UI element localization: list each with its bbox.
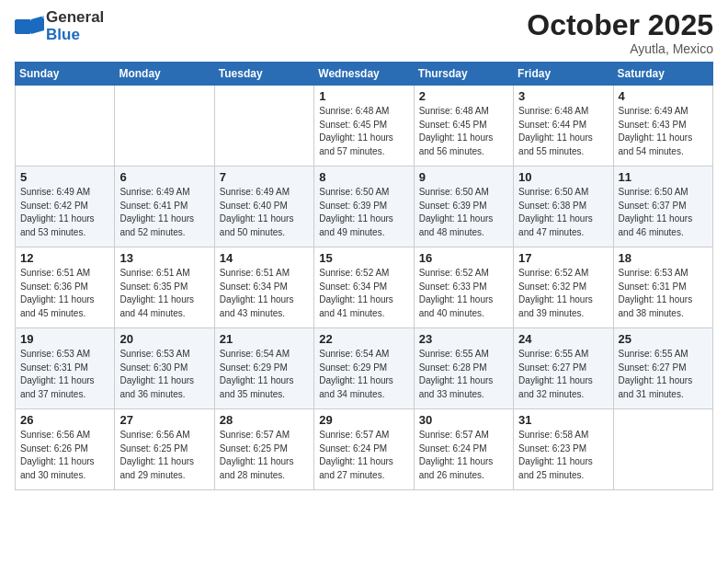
calendar-cell: 11Sunrise: 6:50 AMSunset: 6:37 PMDayligh…: [613, 167, 712, 247]
calendar-cell: 26Sunrise: 6:56 AMSunset: 6:26 PMDayligh…: [16, 409, 115, 490]
logo-general: General: [46, 9, 104, 27]
day-number: 7: [220, 170, 309, 184]
day-number: 1: [319, 89, 408, 103]
calendar-cell: 17Sunrise: 6:52 AMSunset: 6:32 PMDayligh…: [514, 247, 613, 328]
day-number: 18: [619, 251, 708, 265]
calendar-cell: 31Sunrise: 6:58 AMSunset: 6:23 PMDayligh…: [514, 409, 613, 490]
col-sunday: Sunday: [16, 63, 115, 86]
day-number: 12: [20, 251, 109, 265]
day-number: 21: [220, 332, 309, 346]
title-area: October 2025 Ayutla, Mexico: [527, 9, 713, 56]
col-friday: Friday: [514, 63, 613, 86]
logo-blue: Blue: [46, 27, 104, 44]
calendar-cell: 14Sunrise: 6:51 AMSunset: 6:34 PMDayligh…: [214, 247, 313, 328]
day-number: 22: [319, 332, 408, 346]
day-info: Sunrise: 6:50 AMSunset: 6:39 PMDaylight:…: [319, 186, 408, 239]
day-info: Sunrise: 6:52 AMSunset: 6:34 PMDaylight:…: [319, 267, 408, 320]
day-number: 14: [220, 251, 309, 265]
calendar-week-row: 5Sunrise: 6:49 AMSunset: 6:42 PMDaylight…: [16, 167, 713, 247]
day-info: Sunrise: 6:55 AMSunset: 6:28 PMDaylight:…: [419, 348, 508, 401]
col-tuesday: Tuesday: [214, 63, 313, 86]
day-info: Sunrise: 6:55 AMSunset: 6:27 PMDaylight:…: [619, 348, 708, 401]
month-title: October 2025: [527, 9, 713, 41]
calendar-week-row: 19Sunrise: 6:53 AMSunset: 6:31 PMDayligh…: [16, 328, 713, 409]
day-number: 11: [619, 170, 708, 184]
calendar-cell: 1Sunrise: 6:48 AMSunset: 6:45 PMDaylight…: [314, 86, 414, 167]
day-number: 10: [518, 170, 608, 184]
day-number: 25: [619, 332, 708, 346]
day-number: 13: [119, 251, 209, 265]
col-thursday: Thursday: [414, 63, 513, 86]
day-info: Sunrise: 6:50 AMSunset: 6:37 PMDaylight:…: [619, 186, 708, 239]
calendar-cell: 15Sunrise: 6:52 AMSunset: 6:34 PMDayligh…: [314, 247, 414, 328]
calendar-week-row: 26Sunrise: 6:56 AMSunset: 6:26 PMDayligh…: [16, 409, 713, 490]
day-info: Sunrise: 6:58 AMSunset: 6:23 PMDaylight:…: [518, 429, 608, 482]
calendar-cell: 5Sunrise: 6:49 AMSunset: 6:42 PMDaylight…: [16, 167, 115, 247]
day-info: Sunrise: 6:51 AMSunset: 6:34 PMDaylight:…: [220, 267, 309, 320]
calendar-cell: 4Sunrise: 6:49 AMSunset: 6:43 PMDaylight…: [613, 86, 712, 167]
day-info: Sunrise: 6:57 AMSunset: 6:25 PMDaylight:…: [220, 429, 309, 482]
day-info: Sunrise: 6:52 AMSunset: 6:33 PMDaylight:…: [419, 267, 508, 320]
calendar-cell: 24Sunrise: 6:55 AMSunset: 6:27 PMDayligh…: [514, 328, 613, 409]
calendar-cell: 12Sunrise: 6:51 AMSunset: 6:36 PMDayligh…: [16, 247, 115, 328]
day-number: 23: [419, 332, 508, 346]
calendar-cell: 7Sunrise: 6:49 AMSunset: 6:40 PMDaylight…: [214, 167, 313, 247]
day-info: Sunrise: 6:55 AMSunset: 6:27 PMDaylight:…: [518, 348, 608, 401]
calendar-cell: 25Sunrise: 6:55 AMSunset: 6:27 PMDayligh…: [613, 328, 712, 409]
calendar-body: 1Sunrise: 6:48 AMSunset: 6:45 PMDaylight…: [16, 86, 713, 490]
day-info: Sunrise: 6:49 AMSunset: 6:40 PMDaylight:…: [220, 186, 309, 239]
calendar-cell: 9Sunrise: 6:50 AMSunset: 6:39 PMDaylight…: [414, 167, 513, 247]
day-info: Sunrise: 6:52 AMSunset: 6:32 PMDaylight:…: [518, 267, 608, 320]
day-number: 26: [20, 413, 109, 427]
day-info: Sunrise: 6:51 AMSunset: 6:36 PMDaylight:…: [20, 267, 109, 320]
day-info: Sunrise: 6:57 AMSunset: 6:24 PMDaylight:…: [319, 429, 408, 482]
day-number: 8: [319, 170, 408, 184]
day-info: Sunrise: 6:56 AMSunset: 6:26 PMDaylight:…: [20, 429, 109, 482]
calendar-week-row: 1Sunrise: 6:48 AMSunset: 6:45 PMDaylight…: [16, 86, 713, 167]
calendar-cell: 2Sunrise: 6:48 AMSunset: 6:45 PMDaylight…: [414, 86, 513, 167]
page: General Blue October 2025 Ayutla, Mexico…: [0, 0, 728, 563]
calendar-cell: 16Sunrise: 6:52 AMSunset: 6:33 PMDayligh…: [414, 247, 513, 328]
day-info: Sunrise: 6:57 AMSunset: 6:24 PMDaylight:…: [419, 429, 508, 482]
calendar-cell: 23Sunrise: 6:55 AMSunset: 6:28 PMDayligh…: [414, 328, 513, 409]
day-number: 9: [419, 170, 508, 184]
calendar-cell: 22Sunrise: 6:54 AMSunset: 6:29 PMDayligh…: [314, 328, 414, 409]
day-info: Sunrise: 6:54 AMSunset: 6:29 PMDaylight:…: [319, 348, 408, 401]
logo-icon: [15, 14, 44, 40]
day-info: Sunrise: 6:54 AMSunset: 6:29 PMDaylight:…: [220, 348, 309, 401]
col-saturday: Saturday: [613, 63, 712, 86]
day-number: 15: [319, 251, 408, 265]
day-number: 3: [518, 89, 608, 103]
day-number: 19: [20, 332, 109, 346]
col-wednesday: Wednesday: [314, 63, 414, 86]
day-number: 30: [419, 413, 508, 427]
calendar-table: Sunday Monday Tuesday Wednesday Thursday…: [15, 62, 713, 490]
col-monday: Monday: [115, 63, 214, 86]
calendar-cell: [613, 409, 712, 490]
calendar-cell: [16, 86, 115, 167]
header: General Blue October 2025 Ayutla, Mexico: [15, 9, 713, 56]
day-number: 27: [119, 413, 209, 427]
day-info: Sunrise: 6:51 AMSunset: 6:35 PMDaylight:…: [119, 267, 209, 320]
calendar-cell: [115, 86, 214, 167]
day-number: 28: [220, 413, 309, 427]
calendar-cell: 27Sunrise: 6:56 AMSunset: 6:25 PMDayligh…: [115, 409, 214, 490]
day-number: 31: [518, 413, 608, 427]
day-info: Sunrise: 6:49 AMSunset: 6:42 PMDaylight:…: [20, 186, 109, 239]
day-info: Sunrise: 6:53 AMSunset: 6:31 PMDaylight:…: [20, 348, 109, 401]
calendar-cell: 13Sunrise: 6:51 AMSunset: 6:35 PMDayligh…: [115, 247, 214, 328]
calendar-cell: 29Sunrise: 6:57 AMSunset: 6:24 PMDayligh…: [314, 409, 414, 490]
day-number: 5: [20, 170, 109, 184]
day-number: 16: [419, 251, 508, 265]
day-info: Sunrise: 6:56 AMSunset: 6:25 PMDaylight:…: [119, 429, 209, 482]
calendar-cell: 18Sunrise: 6:53 AMSunset: 6:31 PMDayligh…: [613, 247, 712, 328]
calendar-cell: 20Sunrise: 6:53 AMSunset: 6:30 PMDayligh…: [115, 328, 214, 409]
day-number: 17: [518, 251, 608, 265]
day-info: Sunrise: 6:50 AMSunset: 6:39 PMDaylight:…: [419, 186, 508, 239]
calendar-cell: 6Sunrise: 6:49 AMSunset: 6:41 PMDaylight…: [115, 167, 214, 247]
day-number: 24: [518, 332, 608, 346]
day-info: Sunrise: 6:50 AMSunset: 6:38 PMDaylight:…: [518, 186, 608, 239]
day-info: Sunrise: 6:53 AMSunset: 6:31 PMDaylight:…: [619, 267, 708, 320]
calendar-cell: 21Sunrise: 6:54 AMSunset: 6:29 PMDayligh…: [214, 328, 313, 409]
day-info: Sunrise: 6:49 AMSunset: 6:41 PMDaylight:…: [119, 186, 209, 239]
